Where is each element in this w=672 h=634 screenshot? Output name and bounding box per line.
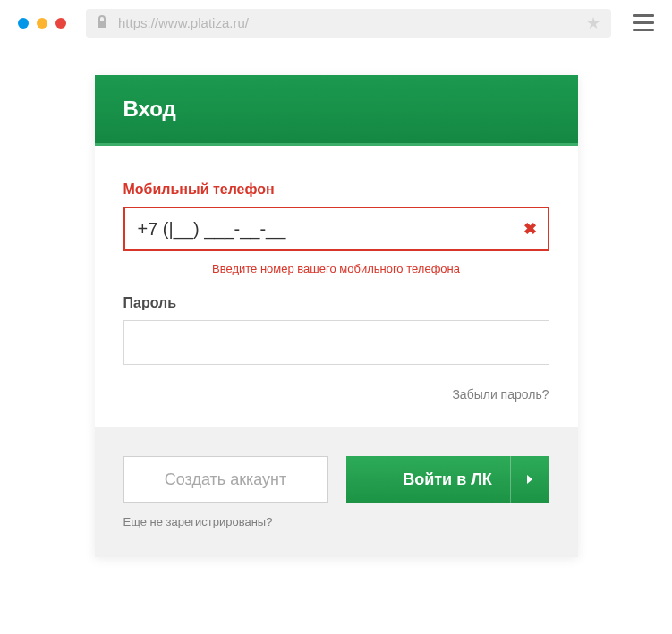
browser-bar: https://www.platiza.ru/ ★	[0, 0, 672, 46]
forgot-password-row: Забыли пароль?	[123, 386, 549, 402]
window-minimize-icon[interactable]	[37, 18, 47, 29]
menu-hamburger-icon[interactable]	[633, 14, 654, 31]
page-container: Вход Мобильный телефон ✖ Введите номер в…	[0, 46, 672, 557]
phone-error-text: Введите номер вашего мобильного телефона	[123, 262, 549, 275]
window-maximize-icon[interactable]	[55, 18, 66, 29]
password-group: Пароль	[123, 295, 549, 365]
password-label: Пароль	[123, 295, 549, 311]
phone-group: Мобильный телефон ✖ Введите номер вашего…	[123, 182, 549, 275]
card-body: Мобильный телефон ✖ Введите номер вашего…	[95, 146, 578, 427]
login-button-label: Войти в ЛК	[403, 470, 492, 489]
buttons-row: Создать аккаунт Войти в ЛК	[123, 456, 549, 503]
card-header: Вход	[95, 75, 578, 146]
password-input[interactable]	[123, 320, 549, 365]
window-close-icon[interactable]	[18, 18, 29, 29]
phone-input-wrapper: ✖	[123, 207, 549, 251]
card-footer: Создать аккаунт Войти в ЛК Еще не зареги…	[95, 427, 578, 557]
close-icon: ✖	[523, 220, 537, 238]
url-text: https://www.platiza.ru/	[118, 15, 586, 30]
login-button[interactable]: Войти в ЛК	[346, 456, 549, 503]
login-card: Вход Мобильный телефон ✖ Введите номер в…	[95, 75, 578, 557]
window-controls	[18, 18, 66, 29]
not-registered-text: Еще не зарегистрированы?	[123, 515, 549, 528]
url-bar[interactable]: https://www.platiza.ru/ ★	[86, 9, 611, 38]
phone-label: Мобильный телефон	[123, 182, 549, 198]
bookmark-star-icon[interactable]: ★	[586, 13, 600, 33]
create-account-button[interactable]: Создать аккаунт	[123, 456, 328, 503]
clear-phone-button[interactable]: ✖	[523, 219, 537, 239]
lock-icon	[97, 15, 107, 30]
phone-input[interactable]	[123, 207, 549, 251]
chevron-right-icon	[510, 456, 549, 503]
forgot-password-link[interactable]: Забыли пароль?	[452, 387, 549, 402]
